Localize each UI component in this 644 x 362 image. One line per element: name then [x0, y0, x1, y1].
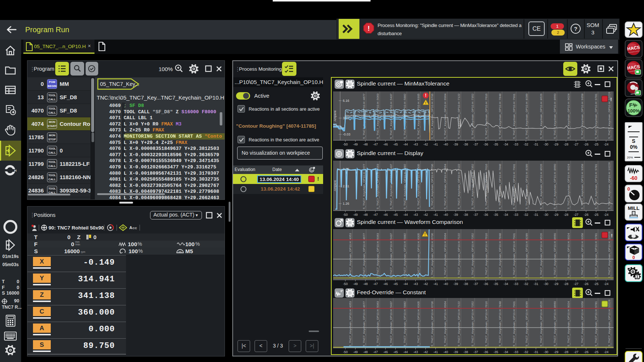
svg-text:-28: -28 — [564, 143, 568, 146]
svg-text:-31: -31 — [534, 213, 538, 217]
svg-text:-27: -27 — [574, 350, 578, 354]
svg-text:-24: -24 — [604, 143, 608, 146]
svg-text:-45: -45 — [393, 282, 398, 286]
svg-text:-50: -50 — [343, 213, 348, 217]
svg-text:5_TNC7_Keychain_OP10.H::8289: 5_TNC7_Keychain_OP10.H::8289 — [525, 93, 528, 139]
svg-text:5_TNC7_Keychain_OP10.H::10226: 5_TNC7_Keychain_OP10.H::10226 — [608, 299, 611, 346]
svg-text:!: ! — [610, 97, 612, 102]
svg-text:-33: -33 — [514, 350, 518, 354]
svg-text:5_TNC7_Keychain_OP10.H::7352: 5_TNC7_Keychain_OP10.H::7352 — [471, 301, 474, 346]
svg-text:-44: -44 — [403, 143, 408, 146]
svg-text:-25: -25 — [594, 350, 598, 354]
svg-text:-39: -39 — [453, 143, 458, 146]
svg-text:1.26: 1.26 — [343, 202, 349, 205]
svg-text:5_TNC7_Keychain_OP10.H::4677: 5_TNC7_Keychain_OP10.H::4677 — [362, 301, 366, 346]
svg-text:-49: -49 — [353, 143, 358, 146]
svg-text:-47: -47 — [373, 213, 378, 217]
svg-text:-34: -34 — [504, 143, 508, 146]
svg-text:-40: -40 — [443, 143, 448, 146]
svg-text:-46: -46 — [383, 282, 388, 286]
svg-text:-28: -28 — [564, 350, 568, 354]
svg-text:-37: -37 — [474, 143, 478, 146]
svg-text:5_TNC7_Keychain_OP10.H::9024: 5_TNC7_Keychain_OP10.H::9024 — [567, 164, 570, 209]
svg-text:-37: -37 — [474, 350, 478, 354]
svg-text:0: 0 — [627, 186, 630, 192]
svg-text:-29: -29 — [554, 213, 558, 217]
svg-text:-47: -47 — [373, 143, 378, 146]
svg-text:5_TNC7_Keychain_OP10.H::7122: 5_TNC7_Keychain_OP10.H::7122 — [457, 164, 461, 209]
svg-text:-50: -50 — [343, 350, 348, 354]
svg-text:2.51: 2.51 — [343, 184, 349, 188]
svg-text:-36: -36 — [484, 350, 488, 354]
svg-text:0%: 0% — [630, 144, 638, 150]
svg-text:5_TNC7_Keychain_OP10.H::9024: 5_TNC7_Keychain_OP10.H::9024 — [567, 93, 570, 139]
svg-text:5_TNC7_Keychain_OP10.H::9781: 5_TNC7_Keychain_OP10.H::9781 — [594, 93, 598, 139]
svg-text:-30: -30 — [544, 143, 548, 146]
svg-text:-27: -27 — [574, 213, 578, 217]
svg-text:-40: -40 — [443, 213, 448, 217]
svg-text:?: ? — [574, 26, 577, 32]
svg-text:-47: -47 — [373, 282, 378, 286]
svg-text:5_TNC7_Keychain_OP10.H::5063: 5_TNC7_Keychain_OP10.H::5063 — [376, 301, 379, 346]
svg-text:-41: -41 — [433, 282, 438, 286]
svg-text:5_TNC7_Keychain_OP10.H::9781: 5_TNC7_Keychain_OP10.H::9781 — [594, 301, 598, 346]
svg-text:5_TNC7_Keychain_OP10.H::6706: 5_TNC7_Keychain_OP10.H::6706 — [431, 93, 434, 139]
svg-text:-38: -38 — [463, 213, 468, 217]
svg-text:-29: -29 — [554, 350, 558, 354]
svg-text:-29: -29 — [554, 282, 558, 286]
svg-text:!: ! — [368, 25, 370, 32]
svg-text:-48: -48 — [363, 213, 368, 217]
svg-text:5_TNC7_Keychain_OP10.H::5063: 5_TNC7_Keychain_OP10.H::5063 — [376, 93, 379, 139]
svg-text:5_TNC7_Keychain_OP10.H::9358: 5_TNC7_Keychain_OP10.H::9358 — [581, 93, 584, 139]
svg-text:-44: -44 — [403, 213, 408, 217]
svg-text:-26: -26 — [584, 143, 588, 146]
svg-text:5_TNC7_Keychain_OP10.H::8660: 5_TNC7_Keychain_OP10.H::8660 — [553, 93, 557, 139]
svg-text:Ampere: Ampere — [333, 180, 337, 191]
svg-text:5_TNC7_Keychain_OP10.H::8660: 5_TNC7_Keychain_OP10.H::8660 — [553, 164, 557, 209]
svg-text:5_TNC7_Keychain_OP10.H::5437: 5_TNC7_Keychain_OP10.H::5437 — [389, 301, 393, 346]
svg-text:-35: -35 — [494, 213, 498, 217]
svg-text:-41: -41 — [433, 213, 438, 217]
svg-text:5_TNC7_Keychain_OP10.H::7901: 5_TNC7_Keychain_OP10.H::7901 — [512, 93, 516, 139]
svg-text:-45: -45 — [393, 213, 398, 217]
svg-text:-36: -36 — [484, 213, 488, 217]
svg-text:-42: -42 — [423, 350, 428, 354]
svg-text:20%: 20% — [627, 156, 633, 159]
svg-text:-40: -40 — [443, 350, 448, 354]
svg-text:5_TNC7_Keychain_OP10.H::8526: 5_TNC7_Keychain_OP10.H::8526 — [540, 164, 543, 209]
svg-text:0: 0 — [633, 255, 635, 260]
svg-text:-26: -26 — [584, 350, 588, 354]
svg-text:-38: -38 — [463, 350, 468, 354]
svg-text:-32: -32 — [524, 143, 528, 146]
svg-text:S: S — [632, 138, 635, 144]
svg-text:5_TNC7_Keychain_OP10.H::7616: 5_TNC7_Keychain_OP10.H::7616 — [485, 301, 488, 346]
svg-text:-33: -33 — [514, 213, 518, 217]
svg-text:-43: -43 — [413, 143, 418, 146]
svg-text:-24: -24 — [604, 282, 608, 286]
svg-text:-48: -48 — [363, 282, 368, 286]
svg-text:5_TNC7_Keychain_OP10.H::4677: 5_TNC7_Keychain_OP10.H::4677 — [362, 164, 366, 209]
svg-text:!: ! — [425, 101, 426, 105]
svg-text:5_TNC7_Keychain_OP10.H::6964: 5_TNC7_Keychain_OP10.H::6964 — [444, 93, 447, 139]
svg-text:!: ! — [424, 232, 425, 237]
svg-text:-24: -24 — [604, 350, 608, 354]
svg-text:5_TNC7_Keychain_OP10.H::9781: 5_TNC7_Keychain_OP10.H::9781 — [594, 164, 598, 209]
svg-text:-38: -38 — [463, 282, 468, 286]
svg-text:-30: -30 — [544, 282, 548, 286]
svg-text:-30: -30 — [544, 213, 548, 217]
svg-text:3.75: 3.75 — [343, 167, 349, 171]
svg-text:-35: -35 — [494, 143, 498, 146]
svg-text:M5: M5 — [179, 251, 182, 253]
svg-text:5_TNC7_Keychain_OP10.H::6305: 5_TNC7_Keychain_OP10.H::6305 — [417, 301, 420, 346]
svg-text:5_TNC7_Keychain_OP10.H::10226: 5_TNC7_Keychain_OP10.H::10226 — [608, 231, 611, 278]
svg-text:-50: -50 — [343, 282, 348, 286]
svg-text:-34: -34 — [504, 350, 508, 354]
svg-text:-40: -40 — [443, 282, 448, 286]
svg-text:5_TNC7_Keychain_OP10.H::10226: 5_TNC7_Keychain_OP10.H::10226 — [608, 162, 611, 209]
svg-text:-39: -39 — [453, 350, 458, 354]
svg-text:5_TNC7_Keychain_OP10.H::4353: 5_TNC7_Keychain_OP10.H::4353 — [349, 301, 352, 346]
svg-text:!: ! — [425, 93, 426, 98]
svg-text:-27: -27 — [574, 143, 578, 146]
svg-text:-37: -37 — [474, 282, 478, 286]
svg-text:MILL: MILL — [628, 205, 640, 211]
